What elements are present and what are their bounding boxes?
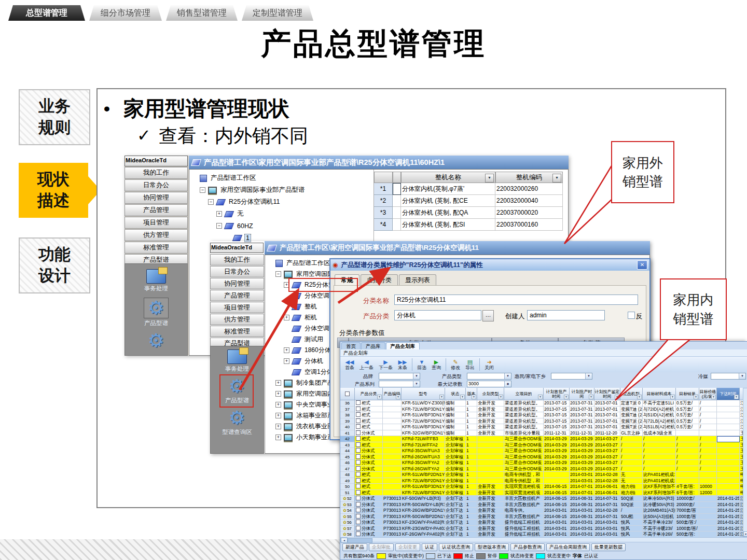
sidebar-item-5[interactable]: 供方管理 [125, 229, 188, 241]
maxrec-spinner[interactable]: 3000◆ [467, 381, 511, 387]
sidebar-item-3[interactable]: 产品管理 [210, 290, 264, 301]
filter-chevron-icon[interactable]: ▼ [472, 395, 476, 399]
filter-chevron-icon[interactable]: ▼ [637, 395, 642, 399]
dialog-tab-display-list[interactable]: 显示列表 [399, 274, 436, 285]
scroll-down-icon[interactable]: ▾ [743, 531, 747, 537]
footer-button[interactable]: 认证状态查询 [439, 543, 473, 551]
table-row[interactable]: ✿57分体式P730013453KFR-23GW/DY-PA402(R2)企划下… [340, 526, 747, 532]
row-checkbox[interactable] [356, 454, 361, 459]
sidebox-current-status[interactable]: 现状 描述 [19, 163, 88, 218]
spinner-arrows-icon[interactable]: ◆ [504, 381, 511, 387]
toolbar-filter-button[interactable]: ▼筛选 [414, 359, 429, 370]
tree-node[interactable]: −60HZ [189, 220, 374, 232]
expand-icon[interactable]: + [275, 391, 281, 397]
table-row[interactable]: 39柜式KFR-72LW/BP3DN1Y-Z300(编制1全新开发渠道差异化机型… [340, 418, 747, 425]
filter-chevron-icon[interactable]: ▼ [734, 395, 739, 399]
filter-chevron-icon[interactable]: ▼ [670, 395, 675, 399]
table-row[interactable]: 37柜式KFR-72LW/BP3DN1Y-Z301(编制1全新开发渠道差异化机型… [340, 407, 747, 413]
filter-chevron-icon[interactable]: ▼ [589, 395, 593, 399]
transaction-icon-wrap[interactable]: 事务处理 [211, 349, 264, 373]
ptype-input[interactable]: ▼ [467, 373, 511, 380]
sidebar-item-1[interactable]: 日常办公 [210, 266, 264, 277]
expand-icon[interactable]: + [275, 402, 281, 408]
row-checkbox[interactable] [356, 412, 361, 417]
column-header[interactable]: 企划类型▼ [477, 388, 504, 400]
brand-input[interactable]: ▼ [379, 373, 420, 380]
filter-chevron-icon[interactable]: ▼ [460, 395, 465, 399]
row-checkbox[interactable] [356, 424, 361, 429]
dialog-title-bar[interactable]: ◉ 产品型谱分类属性维护"R25分体空调机11"的属性 ✕ [330, 259, 649, 271]
filter-chevron-icon[interactable]: ▼ [694, 395, 698, 399]
toolbar-export-button[interactable]: ▤导出 [463, 359, 477, 370]
row-checkbox[interactable] [356, 490, 361, 495]
media-input[interactable]: ▼ [711, 373, 746, 380]
filter-chevron-icon[interactable]: ▼ [377, 395, 382, 399]
column-header[interactable]: 立项目的▼ [504, 388, 544, 400]
dialog-tab-virtual-class[interactable]: 虚拟分类 [361, 274, 398, 285]
expand-icon[interactable]: + [284, 315, 289, 320]
toolbar-prev-button[interactable]: ◀上一条 [357, 359, 376, 370]
row-checkbox[interactable] [356, 496, 361, 500]
select-all-checkbox[interactable] [345, 391, 350, 396]
column-header[interactable]: 型号▼ [402, 388, 445, 400]
footer-button[interactable]: 新建产品 [342, 543, 367, 551]
dialog-tab-general[interactable]: 常规 [335, 274, 359, 286]
row-checkbox[interactable] [356, 430, 361, 435]
sidebar-item-3[interactable]: 产品管理 [125, 204, 188, 216]
column-header[interactable]: 状态▼ [445, 388, 466, 400]
column-header[interactable]: 目标价格 (元/套)▼ [699, 388, 717, 400]
row-checkbox[interactable] [356, 531, 361, 536]
table-row[interactable]: ✿52分体式P730013562KF-50GW/Y-LB(R3)企划下达1全新开… [340, 496, 747, 502]
query-zone-icon-wrap[interactable]: ⚙ 型谱查询区 [211, 409, 264, 436]
sidebar-item-2[interactable]: 协同管理 [125, 192, 188, 204]
sidebar-item-6[interactable]: 标准管理 [125, 242, 188, 254]
table-row[interactable]: ✿55分体式P730013562KFR-50GW/BP2DN1Y-LB(A3企划… [340, 514, 747, 520]
lineage-icon-wrap[interactable]: ⚙ 产品型谱 [211, 377, 264, 404]
chevron-down-icon[interactable]: ▼ [552, 174, 561, 183]
column-header[interactable]: 目标销量▼ [676, 388, 699, 400]
footer-button[interactable]: 批量更新数据 [591, 543, 626, 551]
column-header[interactable]: 整机编码▼ [495, 172, 563, 183]
expand-icon[interactable]: + [284, 282, 289, 288]
close-icon[interactable]: ✕ [637, 260, 647, 270]
column-header[interactable]: 计划批产时 间▼ [570, 388, 594, 400]
chevron-down-icon[interactable]: ▼ [504, 373, 511, 379]
filter-chevron-icon[interactable]: ▼ [564, 395, 569, 399]
sidebox-business-rules[interactable]: 业务 规则 [19, 89, 90, 145]
table-row[interactable]: 43柜式KFRd-72LW/FFA2企划审核1与三星合作ODM项2014-03-… [340, 442, 747, 449]
sidebar-item-5[interactable]: 供方管理 [210, 314, 264, 325]
horizontal-scrollbar[interactable]: ◂ [340, 537, 747, 542]
collapse-icon[interactable]: − [275, 271, 281, 277]
table-row[interactable]: *3分体室外机 (英制, 配QA220037000020 [374, 207, 569, 219]
table-row[interactable]: 40柜式KFR-51LW/BP3DN1Y-Z300(编制1全新开发渠道差异化机型… [340, 424, 747, 430]
row-checkbox[interactable] [356, 514, 361, 519]
table-row[interactable]: *4分体室外机 (英制, 配SI220037000160 [374, 219, 569, 231]
expand-icon[interactable]: + [275, 435, 281, 440]
row-checkbox[interactable] [356, 466, 361, 471]
table-row[interactable]: ✿58分体式P730013453KF-26GW/Y-PA402(R2)企划下达1… [340, 531, 747, 537]
row-checkbox[interactable] [356, 520, 361, 524]
chevron-down-icon[interactable]: ▼ [413, 373, 420, 379]
row-checkbox[interactable] [356, 526, 361, 530]
column-header[interactable]: 版本▼ [466, 388, 477, 400]
extra-gear-wrap[interactable]: ⚙ [125, 331, 187, 350]
filter-chevron-icon[interactable]: ▼ [711, 395, 716, 399]
sidebox-function-design[interactable]: 功能 设计 [19, 237, 90, 293]
tree-node[interactable]: +无 [189, 208, 374, 220]
lineage-icon-wrap[interactable]: ⚙ 产品型谱 [125, 298, 187, 327]
window-title-bar[interactable]: 产品型谱工作区\家用空调国际事业部产品型谱\R25分体空调机11\60HZ\1 [189, 156, 569, 169]
filter-chevron-icon[interactable]: ▼ [439, 395, 444, 399]
filter-chevron-icon[interactable]: ▼ [396, 395, 400, 399]
sidebar-item-4[interactable]: 项目管理 [125, 217, 188, 229]
row-checkbox[interactable] [356, 472, 361, 477]
tab-home[interactable]: 首页 [341, 342, 361, 350]
table-row[interactable]: ✿56分体式P730013453KF-23GW/Y-PA402(R2)企划下达1… [340, 520, 747, 526]
footer-button[interactable]: 型谱版本查询 [475, 543, 509, 551]
table-row[interactable]: 36柜式KFR-51LW/DY-Z300(R2)编制1全新开发渠道差异化机型。2… [340, 400, 747, 407]
column-header[interactable]: 计划首批产 时间▼ [544, 388, 570, 400]
sidebar-item-2[interactable]: 协同管理 [210, 278, 264, 289]
column-header[interactable] [340, 388, 355, 400]
toolbar-last-button[interactable]: ▶▶末条 [395, 359, 410, 370]
row-checkbox[interactable] [356, 400, 361, 405]
filter-chevron-icon[interactable]: ▼ [538, 395, 543, 399]
